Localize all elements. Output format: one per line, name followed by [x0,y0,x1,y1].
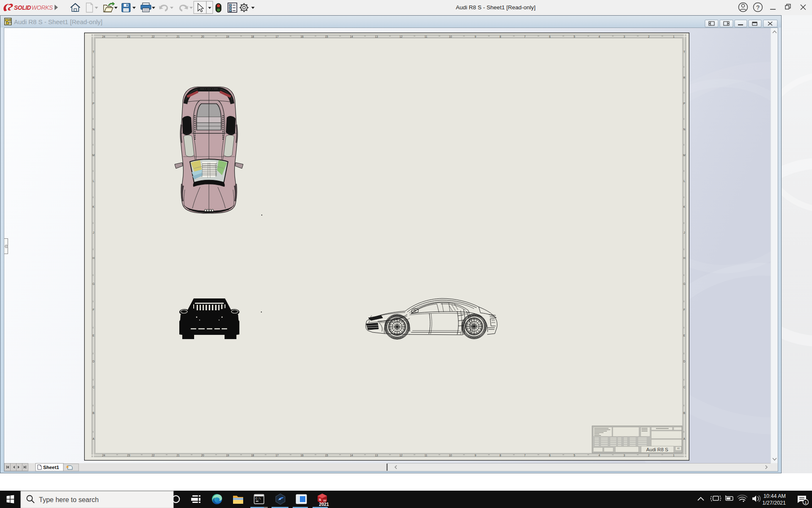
svg-text:10:44 AM: 10:44 AM [763,493,786,499]
svg-text:10: 10 [449,35,452,38]
svg-text:3: 3 [623,454,625,457]
svg-text:N: N [93,128,95,131]
svg-text:L: L [93,179,94,182]
svg-text:13: 13 [375,454,378,457]
svg-text:14: 14 [350,35,353,38]
svg-text:N: N [683,128,686,131]
svg-text:15: 15 [325,35,328,38]
svg-text:4: 4 [598,454,600,457]
svg-text:C: C [683,386,686,389]
svg-text:K: K [93,205,95,208]
svg-text:S: S [319,498,321,502]
svg-text:G: G [92,282,94,285]
svg-text:21: 21 [176,454,180,457]
svg-text:6: 6 [549,454,551,457]
svg-text:WORKS: WORKS [32,5,53,11]
svg-text:J: J [683,231,685,234]
svg-text:A: A [683,437,686,440]
svg-text:23: 23 [127,454,130,457]
svg-text:Sheet1: Sheet1 [43,465,59,470]
svg-text:8: 8 [499,35,501,38]
svg-text:C: C [93,386,95,389]
svg-text:E: E [683,334,686,337]
svg-text:?: ? [756,4,760,11]
svg-text:19: 19 [226,454,229,457]
svg-text:24: 24 [102,454,105,457]
svg-text:7: 7 [524,454,526,457]
svg-text:2: 2 [648,35,650,38]
svg-text:C:\: C:\ [255,497,261,500]
svg-text:18: 18 [251,35,254,38]
svg-text:G: G [683,282,685,285]
svg-text:20: 20 [201,454,204,457]
svg-text:T: T [683,50,685,53]
svg-text:24: 24 [102,35,105,38]
svg-text:Audi R8 S: Audi R8 S [646,447,668,452]
svg-text:2021: 2021 [319,502,329,507]
svg-text:9: 9 [475,454,476,457]
svg-text:R: R [93,76,95,79]
svg-text:9: 9 [475,35,476,38]
svg-text:22: 22 [151,35,155,38]
svg-text:12: 12 [399,454,403,457]
svg-text:16: 16 [300,454,304,457]
svg-text:12: 12 [399,35,403,38]
svg-text:16: 16 [300,35,304,38]
svg-text:6: 6 [549,35,551,38]
svg-text:17: 17 [275,35,279,38]
svg-text:H: H [93,257,95,260]
svg-text:SOLID: SOLID [14,5,31,11]
svg-text:19: 19 [226,35,229,38]
svg-text:22: 22 [151,454,155,457]
svg-text:1: 1 [673,35,675,38]
svg-text:5: 5 [573,35,575,38]
svg-text:23: 23 [127,35,130,38]
svg-text:4: 4 [598,35,600,38]
svg-text:21: 21 [176,35,180,38]
svg-text:1: 1 [673,454,675,457]
svg-text:D: D [93,360,95,363]
svg-text:10: 10 [449,454,452,457]
svg-text:18: 18 [251,454,254,457]
svg-text:B: B [93,411,94,414]
svg-text:B: B [683,411,685,414]
svg-text:13: 13 [375,35,378,38]
svg-text:L: L [683,179,685,182]
svg-text:F: F [683,308,685,311]
svg-text:F: F [93,308,94,311]
svg-text:D: D [683,360,686,363]
svg-text:3: 3 [623,35,625,38]
svg-text:5: 5 [573,454,575,457]
svg-text:M: M [683,154,685,157]
svg-text:M: M [92,154,94,157]
svg-text:17: 17 [275,454,279,457]
svg-text:1/27/2021: 1/27/2021 [762,500,786,506]
svg-text:8: 8 [499,454,501,457]
svg-text:1: 1 [804,500,807,505]
svg-text:11: 11 [425,454,428,457]
svg-text:20: 20 [201,35,204,38]
svg-text:11: 11 [425,35,428,38]
svg-text:A3: A3 [677,447,680,450]
svg-text:A: A [93,437,95,440]
svg-text:T: T [93,50,94,53]
svg-text:P: P [93,102,94,105]
svg-text:K: K [683,205,686,208]
svg-text:2: 2 [648,454,650,457]
svg-text:J: J [93,231,94,234]
svg-text:7: 7 [524,35,526,38]
svg-text:P: P [683,102,685,105]
svg-text:H: H [683,257,686,260]
svg-text:Type here to search: Type here to search [39,496,99,503]
svg-text:14: 14 [350,454,353,457]
svg-text:15: 15 [325,454,328,457]
svg-text:R: R [683,76,686,79]
svg-text:E: E [93,334,95,337]
